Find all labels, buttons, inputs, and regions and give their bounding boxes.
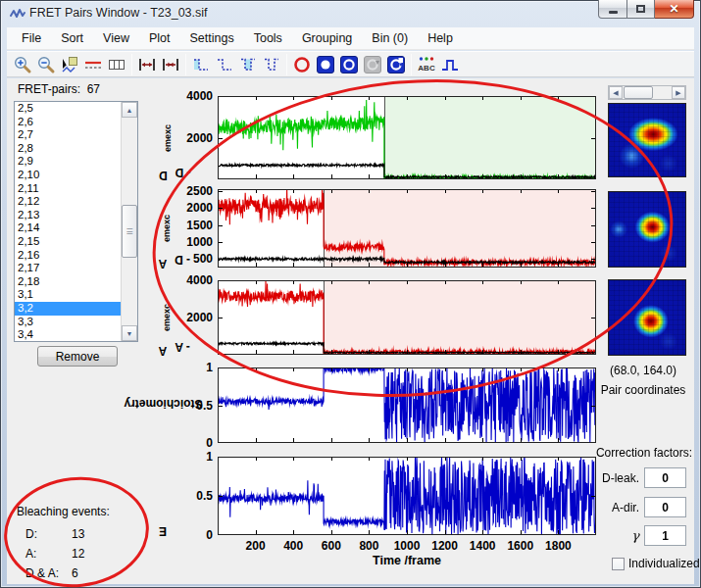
pair-coordinates-value: (68.0, 164.0) (591, 364, 695, 377)
fret-pairs-listbox: 2,52,62,72,82,92,102,112,122,132,142,152… (14, 101, 138, 342)
list-item-pair-2-17[interactable]: 2,17 (15, 262, 121, 275)
menu-item-file[interactable]: File (12, 28, 51, 48)
circle-disabled-button[interactable] (361, 53, 384, 75)
d-leak-label: D-leak. (549, 471, 639, 485)
list-item-pair-3-4[interactable]: 3,4 (15, 328, 121, 341)
svg-text:ABC: ABC (418, 64, 435, 73)
list-item-pair-2-7[interactable]: 2,7 (15, 128, 121, 142)
gamma-input[interactable] (644, 525, 686, 546)
list-item-pair-2-14[interactable]: 2,14 (15, 221, 121, 235)
menu-item-grouping[interactable]: Grouping (292, 28, 362, 48)
list-item-pair-2-13[interactable]: 2,13 (15, 209, 121, 222)
plot-e[interactable] (218, 457, 596, 535)
maximize-button[interactable] (627, 0, 655, 19)
list-item-pair-2-8[interactable]: 2,8 (15, 142, 121, 156)
list-item-pair-2-11[interactable]: 2,11 (15, 182, 121, 196)
pulse-button[interactable] (438, 53, 462, 75)
pair-image-slider[interactable]: ◀ ▶ (608, 85, 686, 100)
slider-thumb[interactable] (624, 86, 653, 99)
scroll-up-icon[interactable]: ▲ (122, 102, 137, 118)
list-item-pair-2-18[interactable]: 2,18 (15, 275, 121, 289)
step-button[interactable] (213, 53, 236, 75)
y-axis-label: Aem - Aexc (155, 280, 171, 355)
y-tick-label: 1000 (168, 235, 213, 249)
fret-pairs-label: FRET-pairs: (18, 82, 80, 96)
title-bar[interactable]: FRET Pairs Window - T23_03.sif ✕ (0, 0, 701, 27)
a-dir-input[interactable] (644, 497, 686, 517)
list-item-pair-3-1[interactable]: 3,1 (15, 288, 121, 302)
toolbar-group-1 (11, 53, 128, 75)
app-icon (10, 7, 25, 21)
list-item-pair-2-15[interactable]: 2,15 (15, 235, 121, 249)
list-item-pair-3-2[interactable]: 3,2 (15, 302, 121, 316)
data-brush-button[interactable] (58, 53, 81, 75)
window-title: FRET Pairs Window - T23_03.sif (29, 6, 208, 20)
plot-d-em-d-exc[interactable] (218, 96, 596, 179)
toolbar-group-4 (290, 53, 408, 75)
double-step-button[interactable] (260, 53, 283, 75)
minimize-button[interactable] (598, 0, 627, 19)
y-tick-label: 0 (168, 528, 213, 542)
circle-outline-button[interactable] (337, 53, 361, 75)
plot-a-em-d-exc[interactable] (218, 189, 596, 268)
close-button[interactable]: ✕ (655, 0, 694, 19)
shrink-x-button[interactable] (159, 53, 182, 75)
double-step-icon (262, 55, 281, 74)
plot-stoichiometry[interactable] (218, 368, 596, 443)
zoom-out-button[interactable] (34, 53, 58, 75)
circle-group-button[interactable] (384, 53, 408, 75)
bleaching-row-acceptor: A: 12 (25, 547, 143, 561)
list-item-pair-2-16[interactable]: 2,16 (15, 249, 121, 263)
double-step-fill-button[interactable] (236, 53, 260, 75)
zoom-in-button[interactable] (11, 53, 34, 75)
threshold-line-button[interactable] (81, 53, 105, 75)
fret-pairs-list: 2,52,62,72,82,92,102,112,122,132,142,152… (15, 102, 121, 341)
individualized-checkbox[interactable] (612, 558, 625, 570)
y-tick-label: 2000 (168, 311, 213, 324)
list-item-pair-2-12[interactable]: 2,12 (15, 195, 121, 209)
subplot-columns-button[interactable] (105, 53, 128, 75)
menu-item-view[interactable]: View (93, 28, 139, 48)
bleaching-events-title: Bleaching events: (17, 505, 110, 518)
menu-item-help[interactable]: Help (418, 28, 463, 48)
expand-x-button[interactable] (135, 53, 159, 75)
scrollbar-thumb[interactable]: ☰ (122, 205, 137, 258)
abc-labels-button[interactable]: ABC (415, 53, 438, 75)
slider-left-icon[interactable]: ◀ (609, 86, 623, 99)
menu-item-sort[interactable]: Sort (51, 28, 93, 48)
remove-button[interactable]: Remove (37, 346, 118, 367)
circle-outline-icon (339, 55, 359, 74)
red-circle-button[interactable] (290, 53, 314, 75)
d-leak-input[interactable] (644, 467, 686, 488)
menu-item-bin-0[interactable]: Bin (0) (362, 28, 418, 48)
toolbar-separator (411, 54, 412, 75)
plot-a-em-a-exc[interactable] (218, 280, 596, 355)
list-item-pair-2-9[interactable]: 2,9 (15, 155, 121, 169)
scroll-down-icon[interactable]: ▼ (122, 325, 137, 341)
menu-item-tools[interactable]: Tools (244, 28, 292, 48)
menu-item-plot[interactable]: Plot (139, 28, 180, 48)
y-axis-label: Aem - Dexc (155, 189, 171, 268)
list-item-pair-2-6[interactable]: 2,6 (15, 116, 121, 129)
toolbar-separator (131, 54, 132, 75)
circle-disabled-icon (363, 55, 382, 74)
toolbar: ABC (7, 51, 694, 77)
step-fill-button[interactable] (189, 53, 213, 75)
pair-image-3 (608, 279, 686, 356)
toolbar-group-3 (189, 53, 283, 75)
gamma-label: γ (549, 528, 639, 543)
minimize-icon (609, 11, 618, 14)
x-axis-label: Time /frame (324, 554, 490, 567)
list-item-pair-2-10[interactable]: 2,10 (15, 169, 121, 182)
list-scrollbar[interactable]: ▲ ☰ ▼ (121, 102, 137, 341)
circle-filled-button[interactable] (314, 53, 337, 75)
menu-item-settings[interactable]: Settings (180, 28, 244, 48)
slider-right-icon[interactable]: ▶ (672, 86, 685, 99)
threshold-line-icon (83, 55, 103, 74)
menu-bar: FileSortViewPlotSettingsToolsGroupingBin… (7, 27, 694, 50)
list-item-pair-2-5[interactable]: 2,5 (15, 102, 121, 116)
bleach-d-value: 13 (72, 527, 84, 541)
red-circle-icon (292, 55, 312, 74)
list-item-pair-3-3[interactable]: 3,3 (15, 316, 121, 329)
subplot-columns-icon (107, 55, 126, 74)
